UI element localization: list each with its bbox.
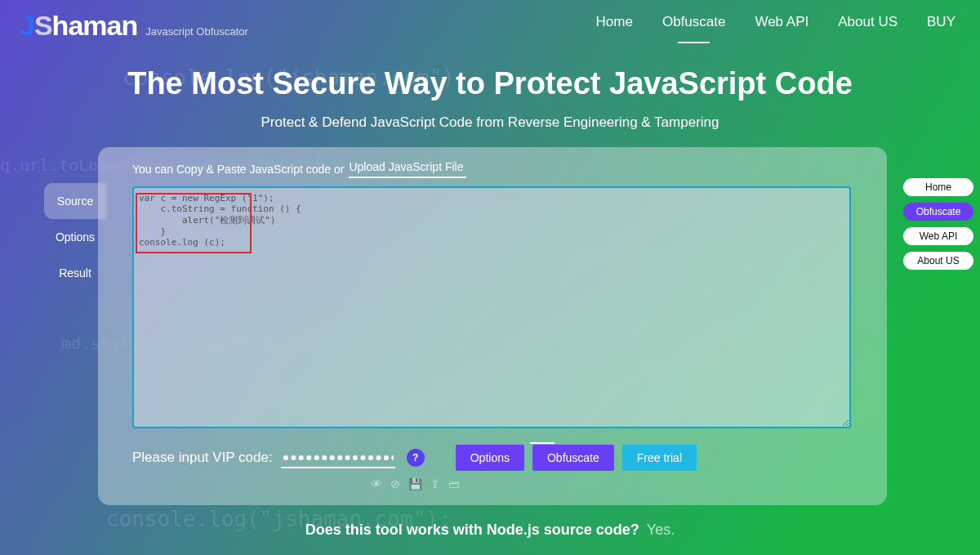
tab-options[interactable]: Options: [44, 219, 106, 255]
faq-line: Does this tool works with Node.js source…: [0, 521, 980, 539]
vip-icon-row: 👁 ⊘ 💾 ⇪ 🗃: [371, 477, 460, 490]
header: JShaman Javascript Obfuscator Home Obfus…: [0, 0, 980, 42]
main-panel: You can Copy & Paste JavaScript code or …: [98, 147, 887, 505]
eye-icon[interactable]: 👁: [371, 477, 382, 490]
pill-about[interactable]: About US: [903, 252, 973, 270]
tab-source[interactable]: Source: [44, 183, 106, 219]
left-tabs: Source Options Result: [44, 183, 106, 291]
faq-question: Does this tool works with Node.js source…: [305, 521, 639, 538]
code-textarea[interactable]: [132, 186, 851, 428]
free-trial-button[interactable]: Free trial: [622, 445, 697, 471]
briefcase-icon[interactable]: 🗃: [448, 477, 460, 490]
upload-file-link[interactable]: Upload JavaScript File: [349, 160, 466, 178]
vip-help-button[interactable]: ?: [407, 449, 425, 467]
nav-home[interactable]: Home: [596, 14, 633, 38]
nav-about[interactable]: About US: [838, 14, 898, 38]
pill-home[interactable]: Home: [903, 178, 973, 196]
logo[interactable]: JShaman Javascript Obfuscator: [20, 10, 248, 42]
hero-subtitle: Protect & Defend JavaScript Code from Re…: [0, 114, 980, 131]
hero-title: The Most Secure Way to Protect JavaScrip…: [0, 66, 980, 101]
vip-label: Please input VIP code:: [132, 450, 273, 466]
nav-buy[interactable]: BUY: [927, 14, 956, 38]
pill-obfuscate[interactable]: Obfuscate: [903, 203, 973, 221]
right-pill-nav: Home Obfuscate Web API About US: [903, 178, 973, 270]
nav-webapi[interactable]: Web API: [755, 14, 808, 38]
obfuscate-button[interactable]: Obfuscate: [532, 445, 614, 471]
upload-icon[interactable]: ⇪: [430, 477, 440, 490]
logo-letter-j: J: [20, 10, 34, 41]
instruction-text: You can Copy & Paste JavaScript code or: [132, 163, 344, 176]
faq-answer: Yes.: [647, 521, 675, 538]
tab-result[interactable]: Result: [44, 255, 106, 291]
vip-input[interactable]: [281, 447, 395, 468]
top-nav: Home Obfuscate Web API About US BUY: [596, 14, 956, 38]
logo-subtitle: Javascript Obfuscator: [145, 25, 248, 38]
options-button[interactable]: Options: [456, 445, 524, 471]
logo-letter-s: S: [34, 10, 52, 41]
eye-off-icon[interactable]: ⊘: [390, 477, 400, 490]
pill-webapi[interactable]: Web API: [903, 227, 973, 245]
bottom-row: Please input VIP code: ? Options Obfusca…: [132, 445, 853, 471]
instruction-row: You can Copy & Paste JavaScript code or …: [132, 160, 853, 178]
logo-rest: haman: [52, 10, 138, 41]
save-icon[interactable]: 💾: [408, 477, 422, 490]
hero: The Most Secure Way to Protect JavaScrip…: [0, 66, 980, 131]
nav-obfuscate[interactable]: Obfuscate: [662, 14, 726, 38]
